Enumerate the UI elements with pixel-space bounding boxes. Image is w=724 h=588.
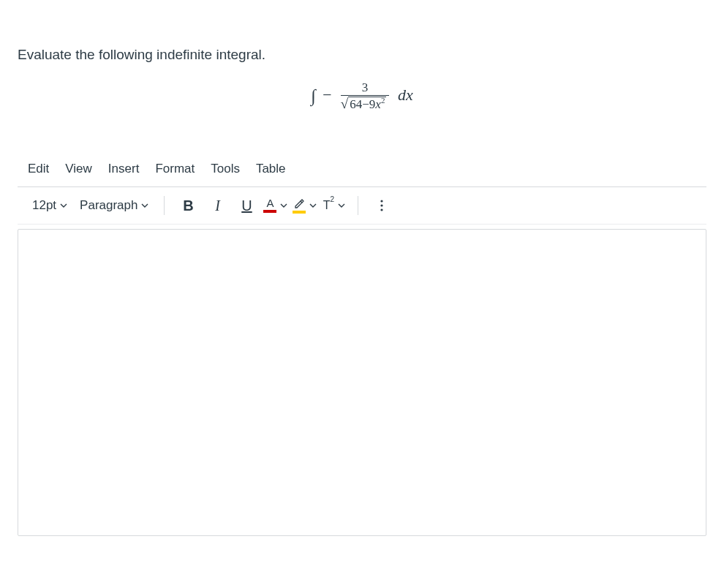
superscript-icon: T2: [323, 198, 334, 212]
menu-view[interactable]: View: [65, 162, 92, 176]
italic-icon: I: [215, 197, 220, 214]
chevron-down-icon: [140, 201, 149, 210]
font-size-label: 12pt: [32, 198, 56, 213]
editor-menu-bar: Edit View Insert Format Tools Table: [18, 156, 706, 187]
fraction: 3 √64−9x2: [341, 80, 390, 112]
bold-button[interactable]: B: [175, 193, 201, 218]
highlight-color-button[interactable]: [292, 193, 318, 218]
underline-icon: U: [241, 197, 252, 214]
menu-tools[interactable]: Tools: [211, 162, 240, 176]
chevron-down-icon: [59, 201, 68, 210]
chevron-down-icon: [309, 201, 317, 210]
more-vertical-icon: [376, 199, 388, 212]
denominator: √64−9x2: [341, 96, 390, 112]
text-color-icon: A: [263, 199, 276, 213]
text-color-button[interactable]: A: [263, 193, 289, 218]
numerator: 3: [341, 80, 390, 96]
svg-point-2: [381, 208, 383, 211]
editor-content-area[interactable]: [18, 229, 706, 536]
toolbar-separator: [358, 196, 358, 215]
radical-sign: √: [341, 96, 348, 111]
block-format-label: Paragraph: [80, 198, 137, 213]
dx: dx: [398, 86, 413, 104]
menu-format[interactable]: Format: [155, 162, 195, 176]
editor-toolbar: 12pt Paragraph B I U: [18, 187, 706, 225]
menu-table[interactable]: Table: [256, 162, 286, 176]
more-options-button[interactable]: [369, 193, 395, 218]
integral-sign: ∫: [311, 86, 316, 106]
rich-text-editor: Edit View Insert Format Tools Table 12pt…: [18, 156, 706, 536]
block-format-dropdown[interactable]: Paragraph: [75, 193, 154, 218]
bold-icon: B: [183, 197, 193, 214]
menu-insert[interactable]: Insert: [108, 162, 140, 176]
question-prompt: Evaluate the following indefinite integr…: [18, 47, 706, 63]
menu-edit[interactable]: Edit: [28, 162, 49, 176]
font-size-dropdown[interactable]: 12pt: [28, 193, 72, 218]
italic-button[interactable]: I: [204, 193, 230, 218]
svg-point-1: [381, 204, 383, 206]
underline-button[interactable]: U: [233, 193, 260, 218]
superscript-button[interactable]: T2: [321, 193, 347, 218]
chevron-down-icon: [279, 201, 288, 210]
chevron-down-icon: [337, 201, 346, 210]
integral-expression: ∫ − 3 √64−9x2 dx: [18, 80, 706, 112]
toolbar-separator: [164, 196, 165, 215]
highlight-icon: [293, 198, 306, 214]
minus-sign: −: [321, 86, 332, 104]
svg-point-0: [381, 200, 383, 202]
